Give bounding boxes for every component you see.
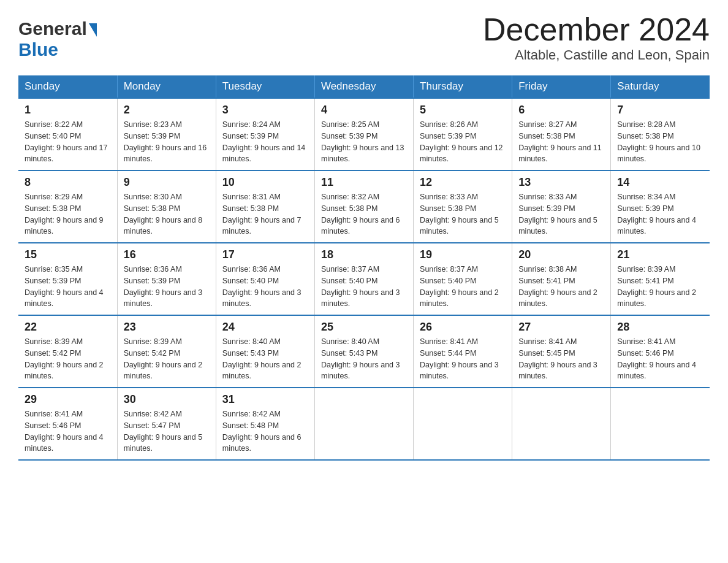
day-info: Sunrise: 8:41 AMSunset: 5:45 PMDaylight:… [518, 336, 604, 382]
day-info: Sunrise: 8:42 AMSunset: 5:47 PMDaylight:… [124, 408, 210, 454]
day-number: 8 [25, 176, 111, 189]
day-number: 31 [222, 393, 308, 406]
day-number: 19 [420, 248, 506, 261]
calendar-cell [512, 388, 611, 460]
calendar-cell: 16Sunrise: 8:36 AMSunset: 5:39 PMDayligh… [117, 243, 216, 315]
calendar-cell: 7Sunrise: 8:28 AMSunset: 5:38 PMDaylight… [611, 98, 710, 170]
day-info: Sunrise: 8:37 AMSunset: 5:40 PMDaylight:… [420, 264, 506, 310]
day-number: 23 [124, 321, 210, 334]
day-number: 1 [25, 104, 111, 117]
calendar-cell: 28Sunrise: 8:41 AMSunset: 5:46 PMDayligh… [611, 315, 710, 388]
calendar-cell: 4Sunrise: 8:25 AMSunset: 5:39 PMDaylight… [314, 98, 413, 170]
calendar-cell: 31Sunrise: 8:42 AMSunset: 5:48 PMDayligh… [216, 388, 314, 460]
day-number: 26 [420, 321, 506, 334]
calendar-header-tuesday: Tuesday [216, 75, 314, 98]
day-number: 18 [321, 248, 407, 261]
day-info: Sunrise: 8:40 AMSunset: 5:43 PMDaylight:… [222, 336, 308, 382]
calendar-cell: 23Sunrise: 8:39 AMSunset: 5:42 PMDayligh… [117, 315, 216, 388]
day-info: Sunrise: 8:35 AMSunset: 5:39 PMDaylight:… [25, 264, 111, 310]
day-info: Sunrise: 8:36 AMSunset: 5:39 PMDaylight:… [124, 264, 210, 310]
day-info: Sunrise: 8:26 AMSunset: 5:39 PMDaylight:… [420, 119, 506, 165]
day-info: Sunrise: 8:33 AMSunset: 5:39 PMDaylight:… [518, 191, 604, 237]
calendar-cell: 26Sunrise: 8:41 AMSunset: 5:44 PMDayligh… [414, 315, 512, 388]
day-number: 12 [420, 176, 506, 189]
calendar-header-thursday: Thursday [414, 75, 512, 98]
logo-blue-text: Blue [18, 39, 58, 59]
calendar-cell: 18Sunrise: 8:37 AMSunset: 5:40 PMDayligh… [314, 243, 413, 315]
day-info: Sunrise: 8:39 AMSunset: 5:42 PMDaylight:… [25, 336, 111, 382]
calendar-cell: 10Sunrise: 8:31 AMSunset: 5:38 PMDayligh… [216, 170, 314, 243]
calendar-cell: 9Sunrise: 8:30 AMSunset: 5:38 PMDaylight… [117, 170, 216, 243]
calendar-cell: 25Sunrise: 8:40 AMSunset: 5:43 PMDayligh… [314, 315, 413, 388]
day-number: 7 [617, 104, 703, 117]
day-number: 14 [617, 176, 703, 189]
page-title: December 2024 [483, 12, 710, 47]
day-info: Sunrise: 8:24 AMSunset: 5:39 PMDaylight:… [222, 119, 308, 165]
calendar-header-sunday: Sunday [18, 75, 117, 98]
day-info: Sunrise: 8:23 AMSunset: 5:39 PMDaylight:… [124, 119, 210, 165]
day-number: 27 [518, 321, 604, 334]
calendar-cell: 27Sunrise: 8:41 AMSunset: 5:45 PMDayligh… [512, 315, 611, 388]
day-number: 29 [25, 393, 111, 406]
page-header: General Blue December 2024 Altable, Cast… [18, 12, 710, 63]
day-number: 5 [420, 104, 506, 117]
day-number: 9 [124, 176, 210, 189]
day-info: Sunrise: 8:33 AMSunset: 5:38 PMDaylight:… [420, 191, 506, 237]
calendar-week-row: 8Sunrise: 8:29 AMSunset: 5:38 PMDaylight… [18, 170, 710, 243]
calendar-cell: 6Sunrise: 8:27 AMSunset: 5:38 PMDaylight… [512, 98, 611, 170]
calendar-week-row: 22Sunrise: 8:39 AMSunset: 5:42 PMDayligh… [18, 315, 710, 388]
calendar-cell: 21Sunrise: 8:39 AMSunset: 5:41 PMDayligh… [611, 243, 710, 315]
day-number: 30 [124, 393, 210, 406]
calendar-table: SundayMondayTuesdayWednesdayThursdayFrid… [18, 75, 710, 461]
day-info: Sunrise: 8:40 AMSunset: 5:43 PMDaylight:… [321, 336, 407, 382]
calendar-cell: 22Sunrise: 8:39 AMSunset: 5:42 PMDayligh… [18, 315, 117, 388]
day-info: Sunrise: 8:28 AMSunset: 5:38 PMDaylight:… [617, 119, 703, 165]
day-number: 3 [222, 104, 308, 117]
calendar-cell: 19Sunrise: 8:37 AMSunset: 5:40 PMDayligh… [414, 243, 512, 315]
day-number: 10 [222, 176, 308, 189]
page-subtitle: Altable, Castille and Leon, Spain [483, 47, 710, 63]
day-number: 11 [321, 176, 407, 189]
day-info: Sunrise: 8:41 AMSunset: 5:46 PMDaylight:… [25, 408, 111, 454]
calendar-cell: 14Sunrise: 8:34 AMSunset: 5:39 PMDayligh… [611, 170, 710, 243]
day-info: Sunrise: 8:36 AMSunset: 5:40 PMDaylight:… [222, 264, 308, 310]
calendar-week-row: 15Sunrise: 8:35 AMSunset: 5:39 PMDayligh… [18, 243, 710, 315]
day-info: Sunrise: 8:38 AMSunset: 5:41 PMDaylight:… [518, 264, 604, 310]
logo: General Blue [18, 12, 97, 60]
calendar-week-row: 29Sunrise: 8:41 AMSunset: 5:46 PMDayligh… [18, 388, 710, 460]
logo-general-text: General [18, 18, 87, 39]
day-info: Sunrise: 8:41 AMSunset: 5:46 PMDaylight:… [617, 336, 703, 382]
calendar-cell: 2Sunrise: 8:23 AMSunset: 5:39 PMDaylight… [117, 98, 216, 170]
calendar-cell: 24Sunrise: 8:40 AMSunset: 5:43 PMDayligh… [216, 315, 314, 388]
calendar-cell: 29Sunrise: 8:41 AMSunset: 5:46 PMDayligh… [18, 388, 117, 460]
calendar-header-saturday: Saturday [611, 75, 710, 98]
calendar-cell [611, 388, 710, 460]
calendar-header-row: SundayMondayTuesdayWednesdayThursdayFrid… [18, 75, 710, 98]
day-number: 13 [518, 176, 604, 189]
day-number: 22 [25, 321, 111, 334]
calendar-cell: 17Sunrise: 8:36 AMSunset: 5:40 PMDayligh… [216, 243, 314, 315]
calendar-cell: 15Sunrise: 8:35 AMSunset: 5:39 PMDayligh… [18, 243, 117, 315]
calendar-header-friday: Friday [512, 75, 611, 98]
calendar-cell: 3Sunrise: 8:24 AMSunset: 5:39 PMDaylight… [216, 98, 314, 170]
day-info: Sunrise: 8:41 AMSunset: 5:44 PMDaylight:… [420, 336, 506, 382]
calendar-header-monday: Monday [117, 75, 216, 98]
day-info: Sunrise: 8:37 AMSunset: 5:40 PMDaylight:… [321, 264, 407, 310]
day-info: Sunrise: 8:39 AMSunset: 5:41 PMDaylight:… [617, 264, 703, 310]
day-number: 15 [25, 248, 111, 261]
calendar-cell [314, 388, 413, 460]
calendar-cell: 20Sunrise: 8:38 AMSunset: 5:41 PMDayligh… [512, 243, 611, 315]
day-info: Sunrise: 8:25 AMSunset: 5:39 PMDaylight:… [321, 119, 407, 165]
day-info: Sunrise: 8:39 AMSunset: 5:42 PMDaylight:… [124, 336, 210, 382]
day-number: 2 [124, 104, 210, 117]
calendar-cell [414, 388, 512, 460]
calendar-cell: 30Sunrise: 8:42 AMSunset: 5:47 PMDayligh… [117, 388, 216, 460]
day-info: Sunrise: 8:27 AMSunset: 5:38 PMDaylight:… [518, 119, 604, 165]
calendar-cell: 12Sunrise: 8:33 AMSunset: 5:38 PMDayligh… [414, 170, 512, 243]
day-info: Sunrise: 8:29 AMSunset: 5:38 PMDaylight:… [25, 191, 111, 237]
title-block: December 2024 Altable, Castille and Leon… [483, 12, 710, 63]
calendar-cell: 8Sunrise: 8:29 AMSunset: 5:38 PMDaylight… [18, 170, 117, 243]
day-info: Sunrise: 8:32 AMSunset: 5:38 PMDaylight:… [321, 191, 407, 237]
calendar-header-wednesday: Wednesday [314, 75, 413, 98]
day-info: Sunrise: 8:30 AMSunset: 5:38 PMDaylight:… [124, 191, 210, 237]
